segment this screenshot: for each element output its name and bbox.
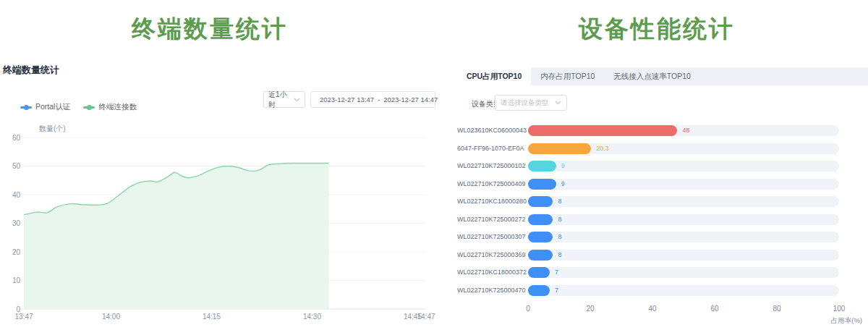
x-tick-label: 14:47	[417, 313, 435, 321]
x-tick-label: 14:15	[203, 313, 221, 321]
bar-fill	[528, 267, 550, 278]
bar-value-label: 20.3	[596, 143, 609, 154]
time-range-value: 近1小时	[268, 90, 294, 110]
bar-x-tick-label: 80	[766, 305, 788, 313]
bar-fill	[528, 285, 550, 296]
bar-track	[528, 143, 839, 154]
bar-category-label: WL022710K725000470	[457, 285, 522, 296]
terminal-panel-title: 终端数量统计	[3, 64, 59, 77]
bar-fill	[528, 143, 591, 154]
bar-track	[528, 250, 839, 261]
x-tick-label: 13:47	[14, 313, 33, 321]
area-fill	[24, 163, 329, 309]
bar-row: WL022710K7250001029	[457, 161, 862, 172]
date-range-picker[interactable]: 2023-12-27 13:47 - 2023-12-27 14:47	[310, 91, 435, 108]
bar-row: WL022710K7250003698	[457, 250, 862, 261]
bar-category-label: WL022710KC18000280	[457, 196, 522, 207]
dashboard: 终端数量统计 终端数量统计 近1小时 2023-12-27 13:47 - 20…	[0, 0, 868, 330]
y-tick-label: 40	[12, 191, 21, 199]
bar-track	[528, 214, 839, 225]
y-tick-label: 60	[12, 134, 21, 142]
bar-row: WL023610KC0600004348	[457, 125, 862, 136]
bar-row: 6047-FF96-1070-EF0A20.3	[457, 143, 862, 154]
line-chart: 010203040506013:4714:0014:1514:3014:4514…	[0, 133, 448, 323]
bar-row: WL022710KC180002808	[457, 196, 862, 207]
bar-chart: WL023610KC06000043486047-FF96-1070-EF0A2…	[457, 123, 862, 301]
bar-category-label: WL023610KC06000043	[457, 125, 522, 136]
y-tick-label: 50	[12, 162, 21, 170]
bar-x-tick-label: 0	[517, 305, 539, 313]
y-axis-title: 数量(个)	[39, 124, 66, 134]
bar-x-tick-label: 60	[704, 305, 726, 313]
bar-row: WL022710KC180003727	[457, 267, 862, 278]
bar-category-label: WL022710K725000272	[457, 214, 522, 225]
bar-category-label: WL022710K725000307	[457, 232, 522, 242]
date-range-start: 2023-12-27 13:47	[320, 96, 374, 103]
legend-marker-icon	[83, 106, 95, 109]
bar-fill	[528, 214, 553, 225]
tab-strip: CPU占用TOP10内存占用TOP10无线接入点速率TOP10	[457, 67, 868, 85]
legend-marker-icon	[20, 106, 32, 109]
date-range-end: 2023-12-27 14:47	[383, 96, 438, 103]
bar-category-label: WL022710K725000102	[457, 161, 522, 172]
bar-category-label: 6047-FF96-1070-EF0A	[457, 143, 522, 154]
legend-label: Portal认证	[35, 102, 70, 112]
bar-value-label: 9	[561, 161, 565, 172]
bar-value-label: 48	[682, 125, 689, 136]
bar-x-tick-label: 100	[828, 305, 850, 313]
bar-track	[528, 161, 839, 172]
device-perf-big-title: 设备性能统计	[454, 13, 859, 46]
x-axis-unit-label: 占用率(%)	[796, 316, 862, 326]
bar-row: WL022710K7250002728	[457, 214, 862, 225]
x-tick-label: 14:00	[102, 313, 120, 321]
time-range-select[interactable]: 近1小时	[263, 91, 305, 108]
y-tick-label: 0	[16, 305, 20, 313]
bar-value-label: 8	[558, 214, 561, 225]
bar-fill	[528, 161, 556, 172]
terminal-stats-big-title: 终端数量统计	[0, 13, 420, 46]
bar-track	[528, 232, 839, 242]
y-tick-label: 30	[12, 219, 21, 227]
bar-value-label: 9	[561, 179, 565, 190]
bar-row: WL022710K7250004707	[457, 285, 862, 296]
bar-fill	[528, 232, 553, 242]
bar-row: WL022710K7250004099	[457, 179, 862, 190]
bar-value-label: 8	[558, 196, 561, 207]
bar-track	[528, 196, 839, 207]
chevron-down-icon	[555, 101, 561, 105]
bar-value-label: 8	[558, 232, 561, 242]
chart-legend: Portal认证终端连接数	[20, 102, 137, 112]
bar-category-label: WL022710KC18000372	[457, 267, 522, 278]
bar-category-label: WL022710K725000369	[457, 250, 522, 261]
bar-x-tick-label: 20	[579, 305, 601, 313]
bar-track	[528, 285, 839, 296]
x-tick-label: 14:30	[303, 313, 321, 321]
bar-fill	[528, 125, 677, 136]
bar-value-label: 7	[555, 267, 558, 278]
device-type-placeholder: 请选择设备类型	[501, 98, 549, 108]
bar-fill	[528, 250, 553, 261]
y-tick-label: 10	[12, 276, 21, 284]
bar-category-label: WL022710K725000409	[457, 179, 522, 190]
chevron-down-icon	[294, 98, 300, 102]
bar-x-tick-label: 40	[642, 305, 663, 313]
bar-value-label: 8	[558, 250, 561, 261]
bar-value-label: 7	[555, 285, 558, 296]
y-tick-label: 20	[12, 248, 21, 256]
bar-fill	[528, 179, 556, 190]
legend-label: 终端连接数	[98, 102, 137, 112]
bar-fill	[528, 196, 553, 207]
tab-item-0[interactable]: CPU占用TOP10	[457, 67, 531, 85]
tab-item-1[interactable]: 内存占用TOP10	[531, 67, 604, 85]
bar-track	[528, 179, 839, 190]
device-type-select[interactable]: 请选择设备类型	[495, 95, 567, 111]
date-range-separator: -	[378, 96, 380, 103]
bar-row: WL022710K7250003078	[457, 232, 862, 242]
bar-track	[528, 267, 839, 278]
legend-item-1[interactable]: 终端连接数	[83, 102, 137, 112]
legend-item-0[interactable]: Portal认证	[20, 102, 70, 112]
tab-item-2[interactable]: 无线接入点速率TOP10	[604, 67, 700, 85]
